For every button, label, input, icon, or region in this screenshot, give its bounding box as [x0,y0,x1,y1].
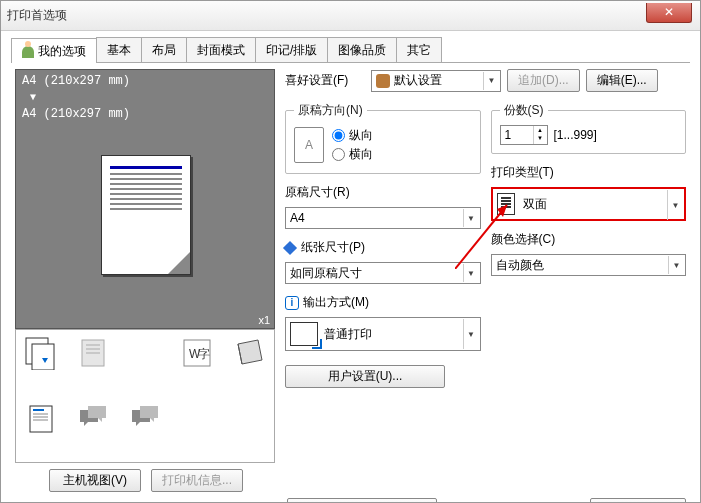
print-type-combo[interactable]: 双面 ▼ [491,187,687,221]
favorite-combo[interactable]: 默认设置 ▼ [371,70,501,92]
thumbnail-box: W字 [15,329,275,463]
printer-info-button[interactable]: 打印机信息... [151,469,243,492]
copies-legend: 份数(S) [500,102,548,119]
tab-label: 印记/排版 [266,42,317,59]
chevron-down-icon: ▼ [463,209,479,227]
original-size-value: A4 [290,211,305,225]
host-view-button[interactable]: 主机视图(V) [49,469,141,492]
paper-size-value: 如同原稿尺寸 [290,265,362,282]
tab-label: 基本 [107,42,131,59]
portrait-radio[interactable]: 纵向 [332,127,373,144]
preview-page-icon: 1 [101,155,191,275]
favorite-edit-button[interactable]: 编辑(E)... [586,69,658,92]
page-icon [497,193,515,215]
close-button[interactable]: ✕ [646,3,692,23]
tab-label: 其它 [407,42,431,59]
window-title: 打印首选项 [7,7,67,24]
tab-cover[interactable]: 封面模式 [186,37,256,62]
color-combo[interactable]: 自动颜色 ▼ [491,254,687,276]
preview-size-to: A4 (210x297 mm) [16,103,274,125]
paper-size-combo[interactable]: 如同原稿尺寸 ▼ [285,262,481,284]
copies-group: 份数(S) 1 ▲▼ [1...999] [491,102,687,154]
thumb-book-icon[interactable] [232,336,266,370]
copies-range: [1...999] [554,128,597,142]
thumb-chat2-icon[interactable] [128,402,162,436]
tab-label: 封面模式 [197,42,245,59]
print-type-label: 打印类型(T) [491,164,687,181]
tab-strip: 我的选项 基本 布局 封面模式 印记/排版 图像品质 其它 [11,37,690,63]
output-value: 普通打印 [324,326,372,343]
thumb-doc-icon[interactable] [24,402,58,436]
favorite-label: 喜好设置(F) [285,72,365,89]
tab-basic[interactable]: 基本 [96,37,142,62]
print-type-value: 双面 [523,196,547,213]
paper-size-label: 纸张尺寸(P) [301,240,365,254]
copies-spinner[interactable]: 1 ▲▼ [500,125,548,145]
preview-count: x1 [258,314,270,326]
person-icon [22,46,34,58]
chevron-down-icon: ▼ [463,264,479,282]
down-arrow-icon: ▼ [16,92,274,103]
landscape-radio[interactable]: 横向 [332,146,373,163]
printer-icon [290,322,318,346]
orientation-group: 原稿方向(N) A 纵向 横向 [285,102,481,174]
preview-size-from: A4 (210x297 mm) [16,70,274,92]
defaults-button[interactable]: 默认值(L) [590,498,686,503]
color-label: 颜色选择(C) [491,231,687,248]
info-icon: i [285,296,299,310]
tab-layout[interactable]: 布局 [141,37,187,62]
user-settings-button[interactable]: 用户设置(U)... [285,365,445,388]
diamond-icon [283,241,297,255]
thumb-duplex-icon[interactable] [24,336,58,370]
chevron-down-icon: ▼ [667,190,683,220]
tab-my-options[interactable]: 我的选项 [11,38,97,63]
tab-other[interactable]: 其它 [396,37,442,62]
output-label: 输出方式(M) [303,295,369,309]
chevron-down-icon: ▼ [483,72,499,90]
svg-rect-1 [32,344,54,370]
tab-quality[interactable]: 图像品质 [327,37,397,62]
chevron-down-icon: ▼ [463,319,479,349]
original-size-combo[interactable]: A4 ▼ [285,207,481,229]
thumb-chat1-icon[interactable] [76,402,110,436]
thumb-wordfill-icon[interactable]: W字 [180,336,214,370]
spinner-buttons-icon[interactable]: ▲▼ [533,126,547,144]
dog-icon [376,74,390,88]
svg-text:字: 字 [198,347,210,361]
color-value: 自动颜色 [496,257,544,274]
thumb-pages-icon[interactable] [76,336,110,370]
output-combo[interactable]: 普通打印 ▼ [285,317,481,351]
preview-area: A4 (210x297 mm) ▼ A4 (210x297 mm) 1 x1 [15,69,275,329]
favorite-add-button[interactable]: 追加(D)... [507,69,580,92]
edit-my-options-button[interactable]: 编辑我的选项(B)... [287,498,437,503]
tab-stamp[interactable]: 印记/排版 [255,37,328,62]
chevron-down-icon: ▼ [668,256,684,274]
tab-label: 图像品质 [338,42,386,59]
tab-label: 布局 [152,42,176,59]
original-size-label: 原稿尺寸(R) [285,184,481,201]
favorite-value: 默认设置 [394,72,442,89]
copies-value: 1 [505,128,512,142]
tab-label: 我的选项 [38,43,86,60]
orientation-page-icon: A [294,127,324,163]
orientation-legend: 原稿方向(N) [294,102,367,119]
